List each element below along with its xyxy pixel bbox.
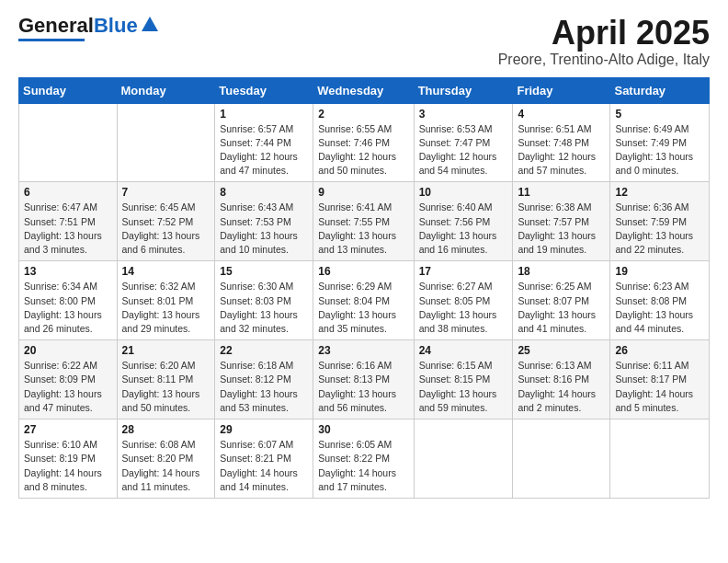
day-info: Sunrise: 6:43 AM Sunset: 7:53 PM Dayligh… [220,201,308,257]
calendar-cell-w3-d6: 18Sunrise: 6:25 AM Sunset: 8:07 PM Dayli… [513,261,610,340]
calendar-week-5: 27Sunrise: 6:10 AM Sunset: 8:19 PM Dayli… [19,419,710,499]
day-number: 30 [318,423,408,436]
day-info: Sunrise: 6:10 AM Sunset: 8:19 PM Dayligh… [24,438,112,494]
logo-underline [18,39,85,41]
day-number: 11 [518,186,605,199]
day-number: 6 [24,186,112,199]
day-info: Sunrise: 6:51 AM Sunset: 7:48 PM Dayligh… [518,122,605,178]
calendar-cell-w3-d3: 15Sunrise: 6:30 AM Sunset: 8:03 PM Dayli… [215,261,313,340]
day-info: Sunrise: 6:45 AM Sunset: 7:52 PM Dayligh… [122,201,210,257]
logo: GeneralBlue [18,15,160,41]
calendar-cell-w1-d5: 3Sunrise: 6:53 AM Sunset: 7:47 PM Daylig… [414,103,513,182]
header-wednesday: Wednesday [313,77,414,103]
calendar-cell-w1-d2 [117,103,215,182]
calendar-week-3: 13Sunrise: 6:34 AM Sunset: 8:00 PM Dayli… [19,261,710,340]
calendar-cell-w3-d7: 19Sunrise: 6:23 AM Sunset: 8:08 PM Dayli… [610,261,710,340]
day-number: 7 [122,186,210,199]
calendar-cell-w5-d6 [513,419,610,499]
header-tuesday: Tuesday [215,77,313,103]
day-number: 27 [24,423,112,436]
day-info: Sunrise: 6:32 AM Sunset: 8:01 PM Dayligh… [122,280,210,336]
calendar-cell-w5-d1: 27Sunrise: 6:10 AM Sunset: 8:19 PM Dayli… [19,419,118,499]
calendar-cell-w5-d5 [414,419,513,499]
day-number: 2 [318,108,408,121]
calendar-week-2: 6Sunrise: 6:47 AM Sunset: 7:51 PM Daylig… [19,182,710,261]
calendar-cell-w3-d2: 14Sunrise: 6:32 AM Sunset: 8:01 PM Dayli… [117,261,215,340]
day-number: 18 [518,265,605,278]
day-number: 1 [220,108,308,121]
calendar-cell-w2-d2: 7Sunrise: 6:45 AM Sunset: 7:52 PM Daylig… [117,182,215,261]
day-info: Sunrise: 6:07 AM Sunset: 8:21 PM Dayligh… [220,438,308,494]
calendar-cell-w1-d7: 5Sunrise: 6:49 AM Sunset: 7:49 PM Daylig… [610,103,710,182]
title-block: April 2025 Preore, Trentino-Alto Adige, … [498,15,710,68]
day-info: Sunrise: 6:30 AM Sunset: 8:03 PM Dayligh… [220,280,308,336]
day-info: Sunrise: 6:22 AM Sunset: 8:09 PM Dayligh… [24,359,112,415]
day-info: Sunrise: 6:11 AM Sunset: 8:17 PM Dayligh… [615,359,704,415]
svg-marker-0 [142,17,158,31]
day-number: 9 [318,186,408,199]
header-sunday: Sunday [19,77,118,103]
header-monday: Monday [117,77,215,103]
day-number: 5 [615,108,704,121]
header-saturday: Saturday [610,77,710,103]
day-number: 19 [615,265,704,278]
day-number: 3 [419,108,508,121]
day-number: 29 [220,423,308,436]
page-title: April 2025 [498,15,710,52]
day-number: 14 [122,265,210,278]
calendar-cell-w3-d4: 16Sunrise: 6:29 AM Sunset: 8:04 PM Dayli… [313,261,414,340]
page: GeneralBlue April 2025 Preore, Trentino-… [0,0,728,513]
calendar-cell-w4-d5: 24Sunrise: 6:15 AM Sunset: 8:15 PM Dayli… [414,340,513,419]
logo-text: GeneralBlue [18,15,138,37]
day-number: 16 [318,265,408,278]
calendar-cell-w4-d7: 26Sunrise: 6:11 AM Sunset: 8:17 PM Dayli… [610,340,710,419]
calendar-cell-w3-d5: 17Sunrise: 6:27 AM Sunset: 8:05 PM Dayli… [414,261,513,340]
calendar-cell-w2-d4: 9Sunrise: 6:41 AM Sunset: 7:55 PM Daylig… [313,182,414,261]
calendar-table: Sunday Monday Tuesday Wednesday Thursday… [18,77,710,499]
day-info: Sunrise: 6:18 AM Sunset: 8:12 PM Dayligh… [220,359,308,415]
day-info: Sunrise: 6:25 AM Sunset: 8:07 PM Dayligh… [518,280,605,336]
day-number: 20 [24,344,112,357]
day-number: 23 [318,344,408,357]
day-info: Sunrise: 6:34 AM Sunset: 8:00 PM Dayligh… [24,280,112,336]
day-info: Sunrise: 6:36 AM Sunset: 7:59 PM Dayligh… [615,201,704,257]
day-info: Sunrise: 6:27 AM Sunset: 8:05 PM Dayligh… [419,280,508,336]
calendar-cell-w5-d3: 29Sunrise: 6:07 AM Sunset: 8:21 PM Dayli… [215,419,313,499]
calendar-cell-w1-d6: 4Sunrise: 6:51 AM Sunset: 7:48 PM Daylig… [513,103,610,182]
day-info: Sunrise: 6:38 AM Sunset: 7:57 PM Dayligh… [518,201,605,257]
calendar-cell-w5-d4: 30Sunrise: 6:05 AM Sunset: 8:22 PM Dayli… [313,419,414,499]
calendar-cell-w2-d5: 10Sunrise: 6:40 AM Sunset: 7:56 PM Dayli… [414,182,513,261]
header: GeneralBlue April 2025 Preore, Trentino-… [18,15,710,68]
calendar-cell-w5-d2: 28Sunrise: 6:08 AM Sunset: 8:20 PM Dayli… [117,419,215,499]
day-number: 4 [518,108,605,121]
day-number: 12 [615,186,704,199]
day-number: 21 [122,344,210,357]
day-info: Sunrise: 6:20 AM Sunset: 8:11 PM Dayligh… [122,359,210,415]
calendar-cell-w1-d3: 1Sunrise: 6:57 AM Sunset: 7:44 PM Daylig… [215,103,313,182]
day-number: 10 [419,186,508,199]
calendar-cell-w4-d3: 22Sunrise: 6:18 AM Sunset: 8:12 PM Dayli… [215,340,313,419]
calendar-cell-w4-d2: 21Sunrise: 6:20 AM Sunset: 8:11 PM Dayli… [117,340,215,419]
day-number: 13 [24,265,112,278]
day-info: Sunrise: 6:15 AM Sunset: 8:15 PM Dayligh… [419,359,508,415]
logo-blue: Blue [94,14,138,37]
day-info: Sunrise: 6:05 AM Sunset: 8:22 PM Dayligh… [318,438,408,494]
day-info: Sunrise: 6:23 AM Sunset: 8:08 PM Dayligh… [615,280,704,336]
day-number: 22 [220,344,308,357]
day-info: Sunrise: 6:16 AM Sunset: 8:13 PM Dayligh… [318,359,408,415]
calendar-cell-w2-d6: 11Sunrise: 6:38 AM Sunset: 7:57 PM Dayli… [513,182,610,261]
page-subtitle: Preore, Trentino-Alto Adige, Italy [498,52,710,68]
day-number: 25 [518,344,605,357]
day-info: Sunrise: 6:53 AM Sunset: 7:47 PM Dayligh… [419,122,508,178]
header-thursday: Thursday [414,77,513,103]
calendar-cell-w4-d1: 20Sunrise: 6:22 AM Sunset: 8:09 PM Dayli… [19,340,118,419]
calendar-cell-w1-d1 [19,103,118,182]
day-info: Sunrise: 6:57 AM Sunset: 7:44 PM Dayligh… [220,122,308,178]
day-info: Sunrise: 6:08 AM Sunset: 8:20 PM Dayligh… [122,438,210,494]
day-number: 26 [615,344,704,357]
day-number: 28 [122,423,210,436]
logo-general: General [18,14,94,37]
day-info: Sunrise: 6:47 AM Sunset: 7:51 PM Dayligh… [24,201,112,257]
calendar-cell-w1-d4: 2Sunrise: 6:55 AM Sunset: 7:46 PM Daylig… [313,103,414,182]
calendar-cell-w2-d3: 8Sunrise: 6:43 AM Sunset: 7:53 PM Daylig… [215,182,313,261]
